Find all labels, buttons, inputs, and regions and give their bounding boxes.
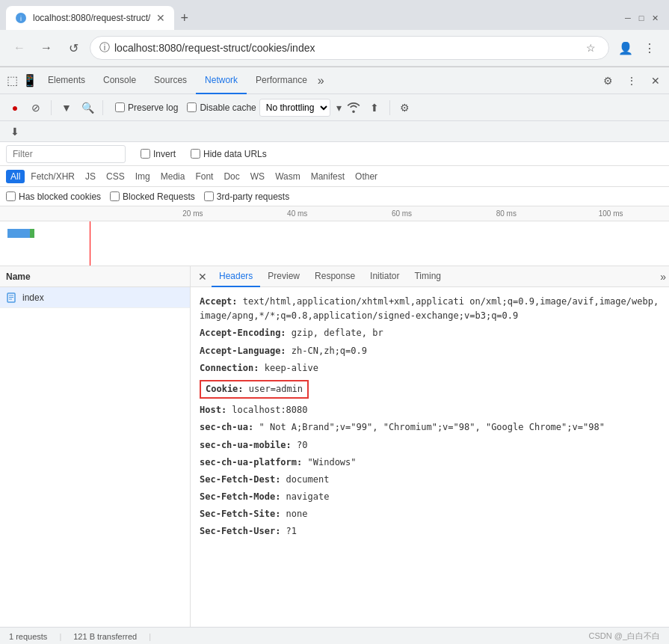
header-sec-ch-ua-platform: sec-ch-ua-platform: "Windows" <box>200 454 660 471</box>
filter-type-font[interactable]: Font <box>191 170 218 183</box>
filter-input[interactable] <box>6 145 126 163</box>
preserve-log-label[interactable]: Preserve log <box>115 102 178 113</box>
hide-data-urls-label[interactable]: Hide data URLs <box>191 149 267 159</box>
filter-type-manifest[interactable]: Manifest <box>306 170 349 183</box>
requests-list: index <box>0 287 190 627</box>
details-tab-preview[interactable]: Preview <box>260 266 307 287</box>
close-button[interactable]: ✕ <box>650 13 660 23</box>
tab-console[interactable]: Console <box>94 67 145 94</box>
timeline-chart <box>0 221 669 266</box>
clear-button[interactable]: ⊘ <box>27 99 45 117</box>
filter-type-doc[interactable]: Doc <box>219 170 244 183</box>
minimize-button[interactable]: ─ <box>623 13 633 23</box>
forward-button[interactable]: → <box>36 37 57 58</box>
upload-button[interactable]: ⬆ <box>366 99 383 117</box>
header-connection: Connection: keep-alive <box>200 360 660 377</box>
filter-type-wasm[interactable]: Wasm <box>271 170 305 183</box>
details-tab-initiator[interactable]: Initiator <box>363 266 407 287</box>
search-button[interactable]: 🔍 <box>78 99 96 117</box>
close-devtools-button[interactable]: ✕ <box>645 70 666 91</box>
filter-type-fetchxhr[interactable]: Fetch/XHR <box>26 170 79 183</box>
request-item-index[interactable]: index <box>0 287 190 308</box>
header-cookie: Cookie: user=admin <box>200 378 660 400</box>
filter-type-css[interactable]: CSS <box>102 170 129 183</box>
header-accept-language: Accept-Language: zh-CN,zh;q=0.9 <box>200 343 660 360</box>
back-button[interactable]: ← <box>9 37 30 58</box>
menu-button[interactable]: ⋮ <box>639 37 660 58</box>
account-button[interactable]: 👤 <box>615 37 636 58</box>
invert-checkbox[interactable] <box>141 149 150 159</box>
timeline-needle <box>90 221 90 266</box>
filter-type-other[interactable]: Other <box>351 170 382 183</box>
reload-button[interactable]: ↺ <box>63 37 84 58</box>
window-controls: ─ □ ✕ <box>623 13 663 23</box>
record-button[interactable]: ● <box>6 99 24 117</box>
inspect-element-button[interactable]: ⬚ <box>3 72 21 90</box>
secure-icon: ⓘ <box>99 41 110 55</box>
device-toolbar-button[interactable]: 📱 <box>21 72 39 90</box>
svg-text:i: i <box>20 15 22 22</box>
tab-network[interactable]: Network <box>196 67 247 94</box>
maximize-button[interactable]: □ <box>636 13 647 23</box>
new-tab-button[interactable]: + <box>180 10 188 26</box>
settings-button[interactable]: ⚙ <box>597 70 618 91</box>
details-tab-response[interactable]: Response <box>307 266 363 287</box>
disable-cache-checkbox[interactable] <box>187 102 197 112</box>
requests-header: Name <box>0 266 190 287</box>
request-item-name: index <box>22 292 44 303</box>
filter-type-media[interactable]: Media <box>156 170 190 183</box>
more-tabs-button[interactable]: » <box>318 74 324 88</box>
tab-close-button[interactable]: ✕ <box>156 12 165 24</box>
tab-sources[interactable]: Sources <box>145 67 196 94</box>
header-sec-fetch-mode: Sec-Fetch-Mode: navigate <box>200 488 660 506</box>
bookmark-button[interactable]: ☆ <box>582 39 599 57</box>
details-tab-headers[interactable]: Headers <box>212 266 260 287</box>
invert-label[interactable]: Invert <box>141 149 176 159</box>
timeline-bar-blue <box>7 229 30 238</box>
status-sep-1: | <box>59 632 61 641</box>
more-details-tabs-button[interactable]: » <box>660 271 666 283</box>
details-tab-timing[interactable]: Timing <box>407 266 448 287</box>
filter-type-all[interactable]: All <box>6 170 25 183</box>
tab-bar: i localhost:8080/request-struct/ ✕ + ─ □… <box>0 0 669 30</box>
blocked-requests-label[interactable]: Blocked Requests <box>110 191 195 202</box>
header-sec-fetch-dest: Sec-Fetch-Dest: document <box>200 471 660 488</box>
download-button[interactable]: ⬇ <box>6 123 24 141</box>
filter-type-ws[interactable]: WS <box>246 170 269 183</box>
tick-100ms: 100 ms <box>558 209 663 218</box>
blocked-cookies-label[interactable]: Has blocked cookies <box>6 191 101 202</box>
filter-type-img[interactable]: Img <box>131 170 155 183</box>
hide-data-urls-checkbox[interactable] <box>191 149 200 159</box>
url-bar[interactable]: ⓘ localhost:8080/request-struct/cookies/… <box>90 36 609 60</box>
tab-performance[interactable]: Performance <box>247 67 316 94</box>
request-doc-icon <box>6 292 18 304</box>
filter-button[interactable]: ▼ <box>58 99 75 117</box>
disable-cache-label[interactable]: Disable cache <box>187 102 256 113</box>
active-tab[interactable]: i localhost:8080/request-struct/ ✕ <box>6 6 174 30</box>
separator-2 <box>102 100 103 115</box>
throttle-select[interactable]: No throttling <box>259 99 330 117</box>
blocked-cookies-checkbox[interactable] <box>6 191 16 201</box>
timeline-bar-green <box>30 229 34 238</box>
tab-title: localhost:8080/request-struct/ <box>33 13 150 23</box>
blocked-requests-checkbox[interactable] <box>110 191 120 201</box>
network-settings-button[interactable]: ⚙ <box>396 99 414 117</box>
more-options-button[interactable]: ⋮ <box>621 70 642 91</box>
throttle-dropdown-icon: ▾ <box>336 102 342 114</box>
status-requests: 1 requests <box>9 632 47 641</box>
filter-type-bar: All Fetch/XHR JS CSS Img Media Font Doc … <box>0 166 669 187</box>
filter-type-js[interactable]: JS <box>81 170 100 183</box>
header-sec-ch-ua-mobile: sec-ch-ua-mobile: ?0 <box>200 437 660 454</box>
third-party-checkbox[interactable] <box>204 191 214 201</box>
network-toolbar: ● ⊘ ▼ 🔍 Preserve log Disable cache No th… <box>0 94 669 121</box>
header-host: Host: localhost:8080 <box>200 402 660 419</box>
header-accept: Accept: text/html,application/xhtml+xml,… <box>200 293 660 325</box>
wifi-button[interactable] <box>345 99 363 117</box>
details-close-button[interactable]: ✕ <box>194 266 212 287</box>
tick-20ms: 20 ms <box>141 209 245 218</box>
url-actions: ☆ <box>582 39 599 57</box>
preserve-log-checkbox[interactable] <box>115 102 125 112</box>
main-split: Name index ✕ Headers Preview <box>0 266 669 627</box>
tab-elements[interactable]: Elements <box>39 67 94 94</box>
third-party-label[interactable]: 3rd-party requests <box>204 191 289 202</box>
